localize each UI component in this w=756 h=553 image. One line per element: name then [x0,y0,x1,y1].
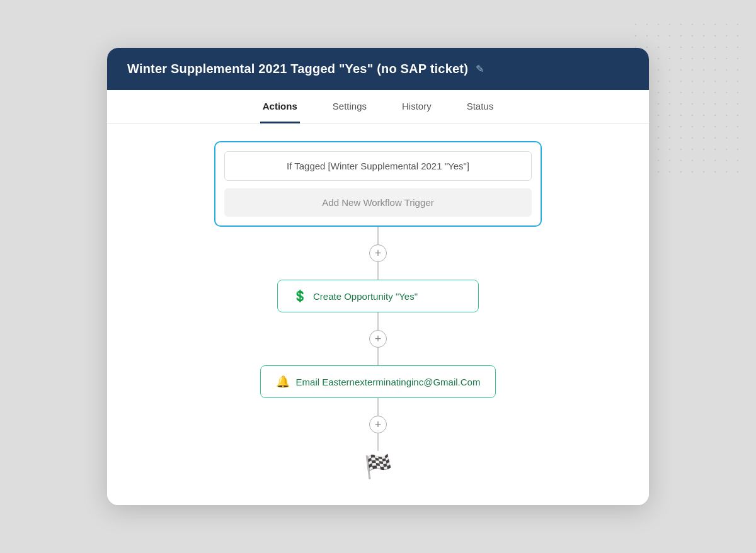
action-send-email-label: Email Easternexterminatinginc@Gmail.Com [296,377,481,387]
tab-status[interactable]: Status [464,91,496,123]
opportunity-icon: 💲 [293,289,307,303]
add-step-button-1[interactable]: + [369,244,387,262]
finish-flag: 🏁 [364,453,392,480]
tabs-bar: Actions Settings History Status [107,90,649,123]
main-card: Winter Supplemental 2021 Tagged "Yes" (n… [107,48,649,505]
trigger-box: If Tagged [Winter Supplemental 2021 "Yes… [214,141,542,227]
tab-actions[interactable]: Actions [260,91,300,123]
add-trigger-button[interactable]: Add New Workflow Trigger [224,188,532,217]
connector-line-2 [377,262,379,280]
add-step-button-3[interactable]: + [369,416,387,433]
edit-icon[interactable]: ✎ [476,63,484,75]
card-header: Winter Supplemental 2021 Tagged "Yes" (n… [107,48,649,90]
tab-history[interactable]: History [399,91,434,123]
connector-3: + [369,398,387,451]
trigger-condition[interactable]: If Tagged [Winter Supplemental 2021 "Yes… [224,151,532,181]
add-step-button-2[interactable]: + [369,330,387,348]
action-send-email[interactable]: 🔔 Email Easternexterminatinginc@Gmail.Co… [260,365,496,398]
connector-1: + [369,227,387,280]
email-icon: 🔔 [276,375,290,389]
connector-2: + [369,312,387,365]
action-create-opportunity[interactable]: 💲 Create Opportunity "Yes" [277,280,479,312]
card-title: Winter Supplemental 2021 Tagged "Yes" (n… [127,62,468,76]
tab-settings[interactable]: Settings [330,91,369,123]
page-wrapper: Winter Supplemental 2021 Tagged "Yes" (n… [0,0,756,553]
action-create-opportunity-label: Create Opportunity "Yes" [313,291,418,302]
connector-line-6 [377,433,379,451]
connector-line-5 [377,398,379,416]
connector-line [377,227,379,244]
connector-line-4 [377,348,379,365]
connector-line-3 [377,312,379,330]
workflow-canvas: If Tagged [Winter Supplemental 2021 "Yes… [107,123,649,505]
